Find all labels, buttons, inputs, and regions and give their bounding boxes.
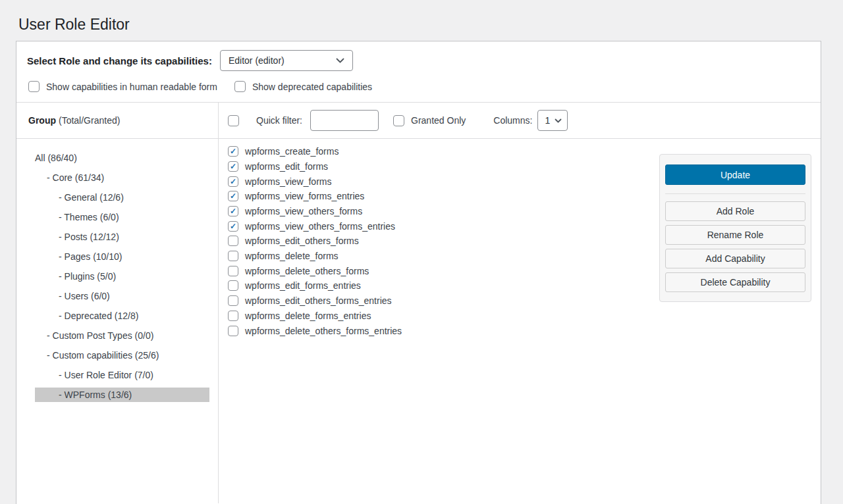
update-button[interactable]: Update <box>665 164 805 185</box>
actions-panel: Update Add Role Rename Role Add Capabili… <box>659 154 811 302</box>
list-body: All (86/40)- Core (61/34)- General (12/6… <box>16 139 821 503</box>
capability-row: wpforms_delete_forms_entries <box>228 310 821 322</box>
granted-only-label: Granted Only <box>411 115 466 126</box>
human-readable-option: Show capabilities in human readable form <box>28 81 217 92</box>
human-readable-checkbox[interactable] <box>28 81 40 92</box>
group-tree-item[interactable]: All (86/40) <box>35 151 209 165</box>
capability-checkbox[interactable]: ✓ <box>228 146 238 157</box>
capability-checkbox[interactable]: ✓ <box>228 221 238 232</box>
page-title: User Role Editor <box>0 0 843 41</box>
chevron-down-icon <box>555 118 562 123</box>
human-readable-label: Show capabilities in human readable form <box>46 82 217 92</box>
groups-header-subtitle: (Total/Granted) <box>59 115 120 126</box>
columns-select[interactable]: 1 <box>537 110 568 131</box>
groups-header-title: Group <box>28 115 56 126</box>
group-tree-item[interactable]: - Custom capabilities (25/6) <box>35 348 209 363</box>
user-role-editor-panel: Select Role and change its capabilities:… <box>16 41 821 504</box>
chevron-down-icon <box>336 58 344 63</box>
quick-filter-input[interactable] <box>310 110 379 131</box>
capability-checkbox[interactable] <box>228 266 238 276</box>
capability-label: wpforms_edit_others_forms_entries <box>245 295 392 306</box>
capability-label: wpforms_delete_others_forms <box>245 266 369 276</box>
add-role-button[interactable]: Add Role <box>665 201 805 221</box>
granted-only-option: Granted Only <box>393 115 466 126</box>
deprecated-label: Show deprecated capabilities <box>252 82 372 92</box>
group-tree-item[interactable]: - Users (6/0) <box>35 289 209 303</box>
capability-checkbox[interactable] <box>228 251 238 261</box>
filter-bar: Quick filter: Granted Only Columns: 1 <box>219 103 821 138</box>
group-tree-item[interactable]: - WPForms (13/6) <box>35 388 209 402</box>
groups-tree: All (86/40)- Core (61/34)- General (12/6… <box>16 139 219 503</box>
capability-label: wpforms_delete_forms_entries <box>245 311 371 321</box>
capability-checkbox[interactable] <box>228 280 238 291</box>
delete-capability-button[interactable]: Delete Capability <box>665 272 805 292</box>
rename-role-button[interactable]: Rename Role <box>665 225 805 245</box>
role-selector-row: Select Role and change its capabilities:… <box>16 41 821 71</box>
capability-label: wpforms_edit_others_forms <box>245 236 359 246</box>
group-tree-item[interactable]: - Plugins (5/0) <box>35 269 209 284</box>
capability-checkbox[interactable]: ✓ <box>228 176 238 187</box>
group-tree-item[interactable]: - User Role Editor (7/0) <box>35 368 209 382</box>
capability-label: wpforms_edit_forms_entries <box>245 280 361 291</box>
capability-label: wpforms_view_forms_entries <box>245 191 364 201</box>
columns-select-value: 1 <box>545 115 550 126</box>
capability-checkbox[interactable]: ✓ <box>228 161 238 172</box>
group-tree-item[interactable]: - Custom Post Types (0/0) <box>35 328 209 343</box>
group-tree-item[interactable]: - Deprecated (12/8) <box>35 309 209 323</box>
group-tree-item[interactable]: - General (12/6) <box>35 190 209 205</box>
capability-checkbox[interactable] <box>228 236 238 246</box>
granted-only-checkbox[interactable] <box>393 115 404 126</box>
capability-label: wpforms_view_others_forms_entries <box>245 221 395 232</box>
capability-label: wpforms_edit_forms <box>245 161 328 172</box>
capability-label: wpforms_view_others_forms <box>245 206 362 216</box>
select-all-checkbox[interactable] <box>228 115 239 126</box>
group-tree-item[interactable]: - Core (61/34) <box>35 170 209 185</box>
group-tree-item[interactable]: - Posts (12/12) <box>35 230 209 244</box>
quick-filter-label: Quick filter: <box>256 115 302 126</box>
capability-row: wpforms_delete_others_forms_entries <box>228 325 821 337</box>
capability-label: wpforms_view_forms <box>245 176 331 187</box>
display-options-row: Show capabilities in human readable form… <box>16 71 821 102</box>
list-header-row: Group (Total/Granted) Quick filter: Gran… <box>16 102 821 139</box>
panel-divider <box>665 193 805 194</box>
capability-checkbox[interactable] <box>228 295 238 306</box>
capability-label: wpforms_delete_others_forms_entries <box>245 326 402 336</box>
capability-checkbox[interactable]: ✓ <box>228 206 238 216</box>
group-tree-item[interactable]: - Pages (10/10) <box>35 249 209 264</box>
role-select-value: Editor (editor) <box>229 55 285 66</box>
deprecated-option: Show deprecated capabilities <box>234 81 372 92</box>
capability-label: wpforms_delete_forms <box>245 251 339 261</box>
role-select[interactable]: Editor (editor) <box>220 50 353 71</box>
deprecated-checkbox[interactable] <box>234 81 246 92</box>
select-role-label: Select Role and change its capabilities: <box>27 55 212 66</box>
groups-column-header: Group (Total/Granted) <box>16 103 219 138</box>
capability-label: wpforms_create_forms <box>245 146 339 157</box>
columns-label: Columns: <box>493 115 532 126</box>
capability-checkbox[interactable]: ✓ <box>228 191 238 201</box>
group-tree-item[interactable]: - Themes (6/0) <box>35 210 209 224</box>
capabilities-column: ✓wpforms_create_forms✓wpforms_edit_forms… <box>219 139 821 503</box>
capability-checkbox[interactable] <box>228 311 238 321</box>
add-capability-button[interactable]: Add Capability <box>665 249 805 268</box>
capability-checkbox[interactable] <box>228 326 238 336</box>
